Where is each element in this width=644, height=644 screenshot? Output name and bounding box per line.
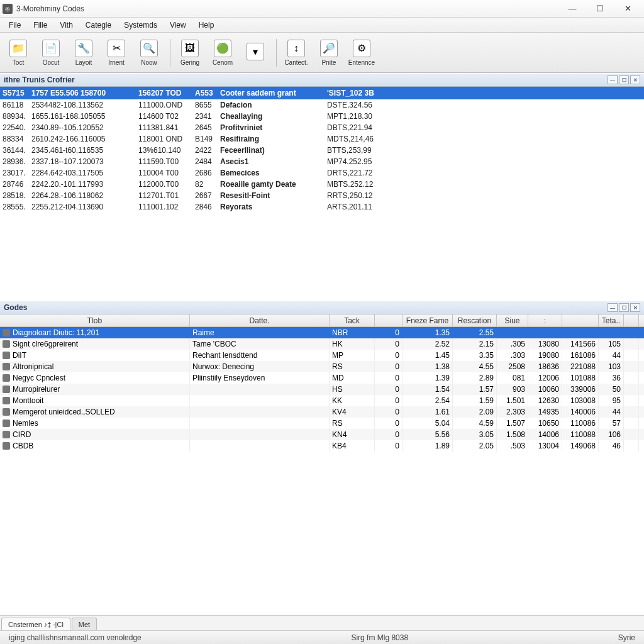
upper-row[interactable]: 28936.2337.18--107.120073111590.T002484A… bbox=[0, 156, 644, 167]
menu-help[interactable]: Help bbox=[192, 18, 221, 32]
panel-min-icon[interactable]: — bbox=[608, 75, 618, 84]
col-header[interactable]: Teta.. bbox=[599, 314, 624, 326]
tool-icon: 🔎 bbox=[320, 40, 338, 57]
upper-row[interactable]: 22540.2340.89--105.120552111381.8412645P… bbox=[0, 122, 644, 133]
status-bar: iging challlishnsmaneall.com venoledge S… bbox=[0, 630, 644, 644]
tool-layoit[interactable]: 🔧Layoit bbox=[68, 35, 99, 70]
panel-max-icon[interactable]: ☐ bbox=[619, 75, 629, 84]
tool-label: Layoit bbox=[75, 59, 92, 66]
menu-view[interactable]: View bbox=[164, 18, 192, 32]
table-row[interactable]: CBDBKB401.892.05.5031300414906846 bbox=[0, 440, 644, 452]
footer-tabs: Cnstermen ♪‡ ·|ClMet bbox=[0, 615, 644, 630]
tool-label: Cenom bbox=[213, 59, 233, 66]
upper-row[interactable]: 883342610.242-166.116005118001 ONDB149Re… bbox=[0, 133, 644, 145]
tool-cenom[interactable]: 🟢Cenom bbox=[207, 35, 238, 70]
col-header[interactable] bbox=[562, 314, 599, 326]
upper-row[interactable]: 28555.2255.212-t04.113690111001.1022846R… bbox=[0, 201, 644, 213]
upper-row[interactable]: 287462242.20.-101.117993112000.T0082Roea… bbox=[0, 179, 644, 190]
close-button[interactable]: ✕ bbox=[614, 0, 641, 17]
grid-body: Diagnoloart Diutic: 11,201RaimeNBR01.352… bbox=[0, 327, 644, 615]
col-header[interactable]: Fneze Fame bbox=[402, 314, 453, 326]
table-row[interactable]: Diagnoloart Diutic: 11,201RaimeNBR01.352… bbox=[0, 327, 644, 338]
col-header[interactable]: Rescation bbox=[453, 314, 497, 326]
col-header[interactable]: Tlob bbox=[0, 314, 190, 326]
menu-file[interactable]: File bbox=[3, 18, 27, 32]
tool-label: Toct bbox=[13, 59, 24, 66]
row-icon bbox=[3, 408, 10, 416]
panel-close-icon[interactable]: ✕ bbox=[630, 303, 640, 312]
menu-categle[interactable]: Categle bbox=[79, 18, 118, 32]
tool-label: Oocut bbox=[43, 59, 60, 66]
panel-close-icon[interactable]: ✕ bbox=[630, 75, 640, 84]
row-icon bbox=[3, 386, 10, 393]
menu-vith[interactable]: Vith bbox=[53, 18, 79, 32]
table-row[interactable]: MurropirelurerHS01.541.57903100603390065… bbox=[0, 384, 644, 395]
row-icon bbox=[3, 397, 10, 404]
tool-icon: ↕ bbox=[287, 40, 305, 57]
table-row[interactable]: CIRDKN405.563.051.50814006110088106 bbox=[0, 429, 644, 440]
menu-fille[interactable]: Fille bbox=[27, 18, 53, 32]
grid-header: TlobDatte.TackFneze FameRescationSiue:Te… bbox=[0, 314, 644, 327]
table-row[interactable]: AltronipnicalNurwox: DenecingRS01.384.55… bbox=[0, 361, 644, 372]
row-icon bbox=[3, 374, 10, 382]
panel-min-icon[interactable]: — bbox=[608, 303, 618, 312]
col-header[interactable]: Tack bbox=[330, 314, 375, 326]
upper-row[interactable]: 36144.2345.461-t60,11653513%610.1402422F… bbox=[0, 145, 644, 156]
tool-pnite[interactable]: 🔎Pnite bbox=[313, 35, 345, 70]
panel-max-icon[interactable]: ☐ bbox=[619, 303, 629, 312]
tool-label: Gering bbox=[180, 59, 199, 66]
row-icon bbox=[3, 352, 10, 359]
table-row[interactable]: NemlesRS05.044.591.5071065011008657 bbox=[0, 418, 644, 429]
tool-gering[interactable]: 🖼Gering bbox=[174, 35, 206, 70]
tool-label: Irnent bbox=[108, 59, 125, 66]
footer-tab[interactable]: Met bbox=[72, 618, 97, 630]
tool-icon: 🔧 bbox=[75, 40, 92, 57]
col-header[interactable]: : bbox=[528, 314, 562, 326]
app-icon: ◎ bbox=[3, 4, 13, 14]
tool-icon: ⚙ bbox=[353, 40, 370, 57]
tool-irnent[interactable]: ✂Irnent bbox=[101, 35, 132, 70]
tool-icon: 🟢 bbox=[214, 40, 231, 57]
minimize-button[interactable]: — bbox=[558, 0, 586, 17]
tool-label: Pnite bbox=[322, 59, 336, 66]
col-header[interactable] bbox=[624, 314, 639, 326]
status-left: iging challlishnsmaneall.com venoledge bbox=[4, 633, 147, 642]
tool-icon: 📁 bbox=[9, 40, 27, 57]
upper-header-row[interactable]: S57151757 E55.506 158700156207 TODA553Co… bbox=[0, 87, 644, 99]
table-row[interactable]: Negyc CpnclestPliinstiily EnseydovenMD01… bbox=[0, 372, 644, 384]
upper-panel-title: ithre Trunis Crofrier bbox=[4, 75, 75, 84]
tool-icon: 🖼 bbox=[181, 40, 199, 57]
tool-label: Entennce bbox=[348, 59, 375, 66]
tool-more[interactable]: ▾ bbox=[240, 35, 271, 70]
upper-row[interactable]: 28518.2264.28.-106.118062112701.T012667R… bbox=[0, 190, 644, 201]
row-icon bbox=[3, 431, 10, 438]
tool-icon: ✂ bbox=[108, 40, 125, 57]
table-row[interactable]: Signt clre6gpreirentTame 'CBOCHK02.522.1… bbox=[0, 338, 644, 350]
status-mid: Sirg fm Mlg 8038 bbox=[346, 633, 413, 642]
tool-label: Noow bbox=[141, 59, 157, 66]
window-title: 3-Morehminy Codes bbox=[16, 4, 558, 13]
col-header[interactable]: Datte. bbox=[190, 314, 330, 326]
tool-noow[interactable]: 🔍Noow bbox=[133, 35, 165, 70]
upper-list: S57151757 E55.506 158700156207 TODA553Co… bbox=[0, 87, 644, 301]
tool-toct[interactable]: 📁Toct bbox=[3, 35, 34, 70]
upper-row[interactable]: 88934.1655.161-168.105055114600 T022341C… bbox=[0, 111, 644, 122]
maximize-button[interactable]: ☐ bbox=[586, 0, 614, 17]
col-header[interactable]: Siue bbox=[497, 314, 528, 326]
row-icon bbox=[3, 363, 10, 370]
table-row[interactable]: Memgerot unieidced.,SOLLEDKV401.612.092.… bbox=[0, 406, 644, 418]
col-header[interactable] bbox=[375, 314, 402, 326]
footer-tab[interactable]: Cnstermen ♪‡ ·|Cl bbox=[1, 618, 70, 630]
status-right: Syrie bbox=[613, 633, 640, 642]
tool-icon: 🔍 bbox=[140, 40, 158, 57]
table-row[interactable]: MonttooitKK02.541.591.5011263010300895 bbox=[0, 395, 644, 406]
tool-oocut[interactable]: 📄Oocut bbox=[35, 35, 67, 70]
table-row[interactable]: DiITRechant lensdttendMP01.453.35.303190… bbox=[0, 350, 644, 361]
menu-systemds[interactable]: Systemds bbox=[118, 18, 164, 32]
upper-row[interactable]: 861182534482-108.113562111000.OND8655Def… bbox=[0, 99, 644, 111]
upper-row[interactable]: 23017.2284.642-t03,117505110004 T002686B… bbox=[0, 167, 644, 179]
lower-panel-title: Godes bbox=[4, 303, 27, 312]
upper-panel-header: ithre Trunis Crofrier — ☐ ✕ bbox=[0, 73, 644, 87]
tool-cantect.[interactable]: ↕Cantect. bbox=[280, 35, 312, 70]
tool-entennce[interactable]: ⚙Entennce bbox=[346, 35, 377, 70]
